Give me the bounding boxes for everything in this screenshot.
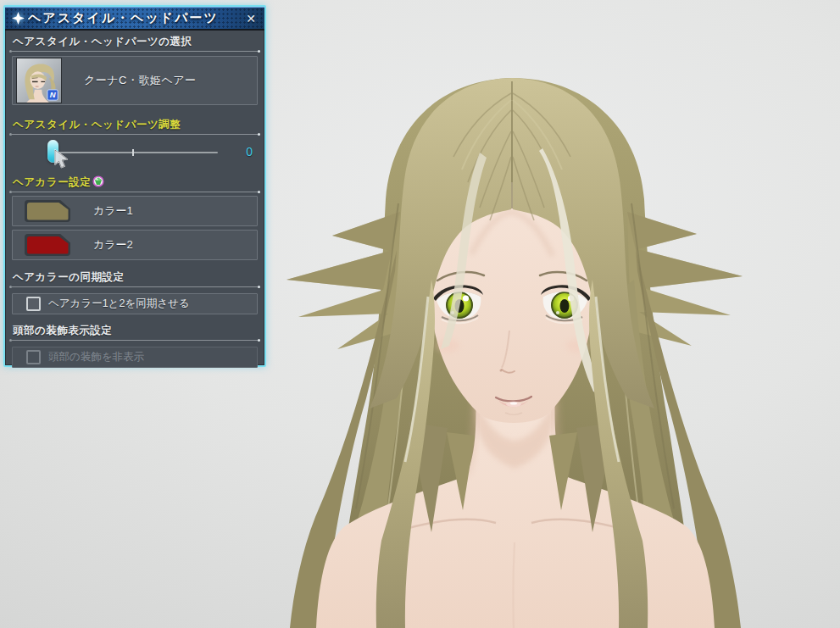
slider-center-tick bbox=[132, 149, 134, 156]
sync-checkbox-row[interactable]: ヘアカラー1と2を同期させる bbox=[12, 293, 258, 314]
panel-title: ヘアスタイル・ヘッドパーツ bbox=[28, 10, 242, 26]
decor-checkbox-row: 頭部の装飾を非表示 bbox=[12, 347, 258, 368]
color-1-label: カラー1 bbox=[93, 203, 133, 219]
section-selection: ヘアスタイル・ヘッドパーツの選択 bbox=[12, 36, 258, 52]
slider-handle[interactable] bbox=[47, 140, 58, 163]
hair-item-row[interactable]: N クーナC・歌姫ヘアー bbox=[12, 56, 258, 105]
sg-gem-icon bbox=[92, 175, 104, 187]
hair-thumbnail: N bbox=[16, 58, 62, 103]
hair-item-name: クーナC・歌姫ヘアー bbox=[84, 73, 197, 88]
section-sync: ヘアカラーの同期設定 bbox=[12, 271, 258, 287]
close-icon[interactable]: ✕ bbox=[242, 12, 259, 25]
sync-checkbox[interactable] bbox=[26, 297, 41, 311]
hairstyle-panel: ヘアスタイル・ヘッドパーツ ✕ ヘアスタイル・ヘッドパーツの選択 bbox=[3, 5, 266, 367]
adjust-slider: 0 bbox=[12, 137, 258, 168]
decor-checkbox-label: 頭部の装飾を非表示 bbox=[48, 350, 144, 364]
section-decor: 頭部の装飾表示設定 bbox=[12, 325, 258, 341]
color-1-row[interactable]: カラー1 bbox=[12, 196, 258, 226]
color-2-label: カラー2 bbox=[93, 237, 133, 253]
section-hair-color-label: ヘアカラー設定 bbox=[13, 176, 91, 188]
hair-thumbnail-image: N bbox=[17, 58, 61, 103]
badge-glyph: N bbox=[50, 90, 56, 99]
color-1-swatch bbox=[25, 200, 70, 222]
color-2-row[interactable]: カラー2 bbox=[12, 230, 258, 260]
sync-checkbox-label: ヘアカラー1と2を同期させる bbox=[48, 297, 190, 311]
panel-titlebar: ヘアスタイル・ヘッドパーツ ✕ bbox=[5, 7, 264, 31]
color-2-swatch bbox=[25, 234, 70, 256]
sparkle-icon bbox=[12, 12, 25, 25]
decor-checkbox bbox=[26, 350, 41, 364]
section-hair-color: ヘアカラー設定 bbox=[12, 175, 258, 192]
slider-value: 0 bbox=[246, 145, 253, 158]
section-adjust: ヘアスタイル・ヘッドパーツ調整 bbox=[12, 119, 258, 135]
panel-content: ヘアスタイル・ヘッドパーツの選択 bbox=[5, 36, 264, 368]
